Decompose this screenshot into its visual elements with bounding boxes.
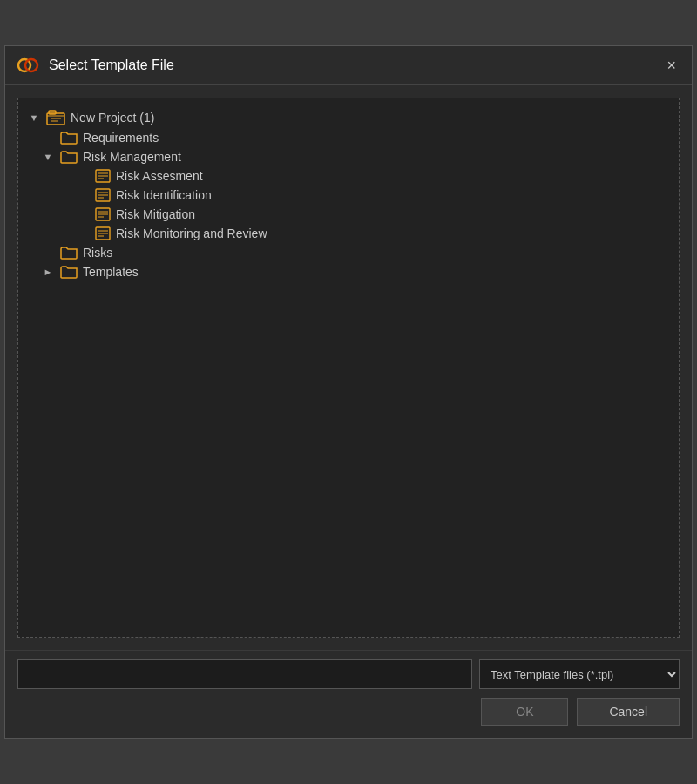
template-file-icon [95,169,111,183]
ok-button[interactable]: OK [481,698,568,726]
button-row: OK Cancel [17,698,680,726]
tree-node-risk-identification[interactable]: Risk Identification [24,186,673,205]
tree-node-risks[interactable]: Risks [24,243,673,262]
chevron-down-icon: ▼ [41,152,55,162]
tree-node-risk-mitigation[interactable]: Risk Mitigation [24,205,673,224]
app-logo-icon [16,53,40,78]
filetype-select[interactable]: Text Template files (*.tpl) [479,659,680,689]
tree-node-risk-monitoring[interactable]: Risk Monitoring and Review [24,224,673,243]
risk-identification-label: Risk Identification [116,188,212,202]
folder-icon [60,246,78,260]
risk-mitigation-label: Risk Mitigation [116,207,195,221]
svg-rect-3 [49,111,56,114]
tree-node-root-label: New Project (1) [71,111,154,125]
filename-input[interactable] [17,659,472,689]
risk-monitoring-label: Risk Monitoring and Review [116,226,267,240]
risks-label: Risks [83,246,112,260]
filename-row: Text Template files (*.tpl) [17,659,680,689]
tree-node-requirements[interactable]: Requirements [24,128,673,147]
folder-icon [60,265,78,279]
cancel-button[interactable]: Cancel [577,698,680,726]
close-button[interactable]: × [661,55,681,77]
template-file-icon [95,226,111,240]
template-file-icon [95,188,111,202]
select-template-dialog: Select Template File × ▼ New Project (1)… [4,45,693,739]
tree-node-root[interactable]: ▼ New Project (1) [24,107,673,128]
chevron-right-icon: ► [41,267,55,277]
risk-management-label: Risk Management [83,150,181,164]
tree-node-templates[interactable]: ► Templates [24,262,673,281]
title-bar: Select Template File × [5,46,692,85]
project-icon [46,110,65,125]
bottom-panel: Text Template files (*.tpl) OK Cancel [5,650,692,738]
requirements-label: Requirements [83,131,159,145]
tree-node-risk-assesment[interactable]: Risk Assesment [24,166,673,186]
risk-assesment-label: Risk Assesment [116,169,203,183]
template-file-icon [95,207,111,221]
folder-icon [60,150,78,164]
templates-label: Templates [83,265,139,279]
folder-icon [60,131,78,145]
chevron-down-icon: ▼ [27,112,41,123]
tree-node-risk-management[interactable]: ▼ Risk Management [24,147,673,166]
dialog-title: Select Template File [49,57,653,73]
file-tree[interactable]: ▼ New Project (1) Requirements ▼ [17,98,680,638]
